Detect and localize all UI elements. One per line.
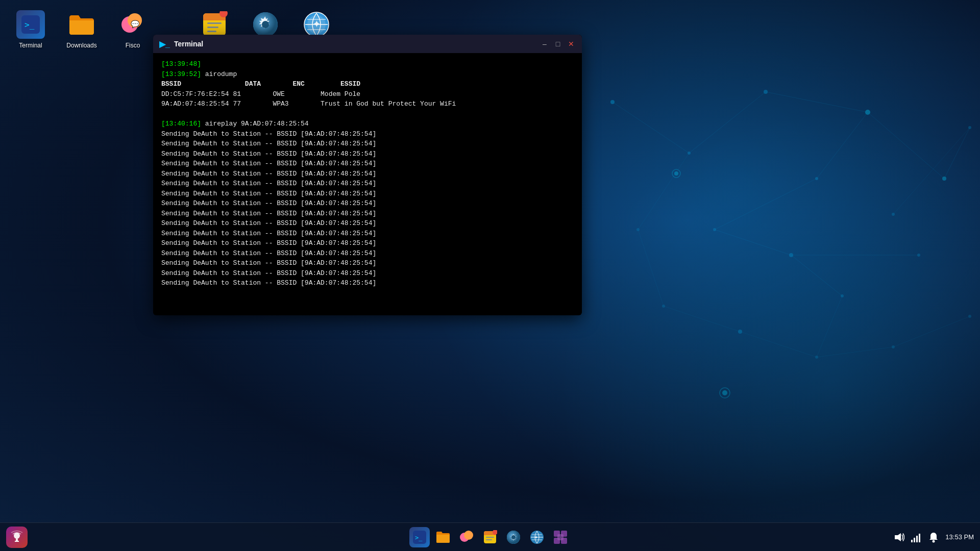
tray-signal[interactable]	[911, 532, 922, 543]
taskbar-folder-svg	[436, 531, 450, 544]
taskbar-center: >_	[409, 527, 571, 547]
svg-text:✦: ✦	[312, 18, 321, 30]
terminal-icon-svg: >_	[21, 15, 40, 34]
terminal-body[interactable]: [13:39:48] [13:39:52] airodump BSSID DAT…	[153, 53, 582, 315]
svg-line-29	[638, 230, 664, 306]
tray-notification[interactable]	[928, 532, 939, 543]
taskbar-chat-icon[interactable]	[456, 527, 477, 547]
network-row-1: DD:C5:7F:76:E2:54 81 OWE Modem Pole	[161, 90, 360, 98]
svg-line-24	[715, 230, 791, 255]
svg-line-28	[638, 153, 689, 230]
deauth-10: Sending DeAuth to Station -- BSSID [9A:A…	[161, 218, 574, 229]
taskbar-folder-icon[interactable]	[433, 527, 453, 547]
svg-point-95	[933, 540, 935, 542]
svg-rect-91	[911, 540, 913, 542]
terminal-line-2: [13:39:52] airodump	[161, 69, 574, 80]
terminal-close-button[interactable]: ✕	[567, 39, 576, 48]
svg-text:💬: 💬	[131, 20, 140, 29]
browser-icon-svg: ✦	[303, 11, 330, 38]
terminal-line-1: [13:39:48]	[161, 59, 574, 69]
taskbar-multitask-icon[interactable]	[550, 527, 571, 547]
svg-point-37	[674, 171, 678, 176]
terminal-row-1: DD:C5:7F:76:E2:54 81 OWE Modem Pole	[161, 89, 574, 99]
svg-rect-51	[207, 27, 218, 28]
svg-rect-92	[914, 538, 915, 542]
svg-line-33	[893, 316, 970, 347]
svg-marker-90	[895, 533, 901, 541]
settings-icon-svg	[252, 11, 279, 38]
volume-icon	[893, 532, 904, 543]
deauth-3: Sending DeAuth to Station -- BSSID [9A:A…	[161, 149, 574, 159]
taskbar: >_	[0, 522, 980, 551]
tray-clock: 13:53 PM	[945, 533, 974, 541]
table-header: BSSID DATA ENC ESSID	[161, 80, 360, 88]
fisco-icon-label: Fisco	[126, 42, 140, 49]
svg-rect-94	[919, 534, 920, 542]
terminal-line-cmd2: [13:40:16] aireplay 9A:AD:07:48:25:54	[161, 119, 574, 129]
svg-line-18	[612, 102, 689, 153]
taskbar-note-svg	[483, 530, 497, 544]
terminal-window: ▶_ Terminal – □ ✕ [13:39:48] [13:39:52] …	[153, 35, 582, 315]
notification-icon	[928, 532, 939, 543]
terminal-minimize-button[interactable]: –	[540, 39, 549, 48]
terminal-prompt-icon: ▶_	[159, 39, 170, 49]
svg-rect-74	[486, 537, 494, 538]
svg-point-40	[597, 117, 980, 342]
terminal-header-line: BSSID DATA ENC ESSID	[161, 79, 574, 89]
deauth-7: Sending DeAuth to Station -- BSSID [9A:A…	[161, 189, 574, 199]
svg-line-19	[689, 92, 766, 153]
terminal-title-text: Terminal	[174, 40, 203, 48]
deauth-14: Sending DeAuth to Station -- BSSID [9A:A…	[161, 258, 574, 268]
network-row-2: 9A:AD:07:48:25:54 77 WPA3 Trust in God b…	[161, 100, 456, 108]
deauth-15: Sending DeAuth to Station -- BSSID [9A:A…	[161, 268, 574, 279]
desktop-icon-downloads[interactable]: Downloads	[61, 10, 102, 49]
cmd-3: aireplay 9A:AD:07:48:25:54	[201, 120, 309, 128]
deauth-4: Sending DeAuth to Station -- BSSID [9A:A…	[161, 159, 574, 169]
deauth-11: Sending DeAuth to Station -- BSSID [9A:A…	[161, 229, 574, 239]
cmd-2: airodump	[201, 70, 237, 78]
desktop-icons-container: >_ Terminal Downloads 💬 Fisco	[5, 5, 158, 54]
svg-text:>_: >_	[24, 20, 35, 30]
svg-line-35	[817, 296, 842, 357]
terminal-controls: – □ ✕	[540, 39, 576, 48]
taskbar-settings-icon[interactable]	[503, 527, 524, 547]
taskbar-tray: 13:53 PM	[893, 532, 974, 543]
taskbar-terminal-icon[interactable]: >_	[409, 527, 430, 547]
svg-point-39	[722, 390, 727, 395]
terminal-title-area: ▶_ Terminal	[159, 39, 203, 49]
svg-rect-89	[557, 534, 564, 540]
svg-line-27	[944, 128, 970, 179]
svg-line-30	[664, 306, 740, 332]
svg-text:✦: ✦	[534, 535, 538, 540]
deauth-2: Sending DeAuth to Station -- BSSID [9A:A…	[161, 139, 574, 149]
svg-text:>_: >_	[415, 534, 423, 541]
tray-volume[interactable]	[893, 532, 904, 543]
terminal-icon-label: Terminal	[19, 42, 42, 49]
taskbar-chat-svg	[459, 530, 474, 544]
svg-line-31	[740, 332, 817, 357]
taskbar-note-icon[interactable]	[480, 527, 500, 547]
svg-rect-50	[207, 22, 222, 24]
desktop-icon-terminal[interactable]: >_ Terminal	[10, 10, 51, 49]
podcast-icon[interactable]	[6, 527, 28, 548]
folder-icon-svg	[68, 13, 95, 36]
taskbar-settings-svg	[506, 530, 521, 544]
note-icon-svg	[201, 11, 228, 38]
svg-point-64	[14, 533, 20, 539]
svg-line-34	[791, 255, 842, 296]
taskbar-browser-icon[interactable]: ✦	[527, 527, 547, 547]
svg-point-41	[628, 138, 954, 321]
timestamp-1: [13:39:48]	[161, 60, 201, 68]
svg-rect-93	[916, 536, 918, 542]
terminal-maximize-button[interactable]: □	[553, 39, 562, 48]
signal-icon	[911, 532, 922, 543]
deauth-1: Sending DeAuth to Station -- BSSID [9A:A…	[161, 129, 574, 139]
desktop-icon-fisco[interactable]: 💬 Fisco	[112, 10, 153, 49]
svg-line-26	[893, 128, 970, 214]
deauth-6: Sending DeAuth to Station -- BSSID [9A:A…	[161, 179, 574, 189]
svg-rect-75	[486, 539, 492, 540]
svg-rect-52	[207, 31, 216, 32]
deauth-16: Sending DeAuth to Station -- BSSID [9A:A…	[161, 278, 574, 288]
timestamp-2: [13:39:52]	[161, 70, 201, 78]
terminal-blank-1	[161, 109, 574, 119]
